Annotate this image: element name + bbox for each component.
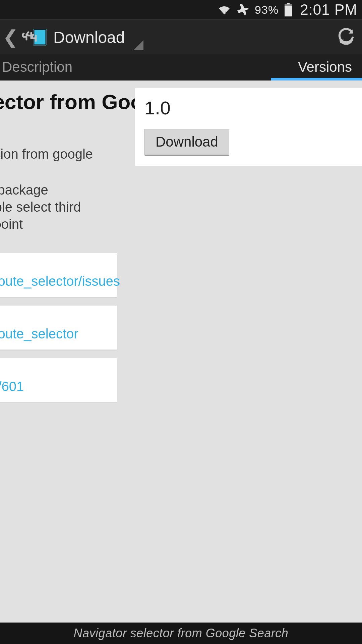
svg-rect-0 [287, 3, 290, 4]
link-card[interactable]: github.com/example/route_selector [0, 305, 117, 350]
description-line: Pick alternative navigation from google [0, 147, 117, 162]
content-area: Navigator selector from Google Pick alte… [0, 80, 362, 623]
spinner-indicator-icon[interactable] [133, 40, 143, 52]
back-chevron-icon[interactable]: ❮ [2, 28, 20, 47]
action-bar: ❮ Download [0, 19, 362, 54]
tab-description-label: Description [2, 59, 72, 75]
tab-description[interactable]: Description [0, 54, 199, 80]
refresh-icon[interactable] [335, 25, 357, 50]
battery-percentage: 93% [255, 3, 279, 16]
footer-status: Navigator selector from Google Search [0, 623, 362, 644]
link-card[interactable]: github.com/example/route_selector/issues [0, 253, 117, 297]
tab-versions-label: Versions [298, 59, 352, 75]
module-title: Navigator selector from Google [0, 90, 117, 114]
tab-strip: Description Versions [0, 54, 362, 80]
description-line: Install and enable that package [0, 182, 117, 198]
link-card[interactable]: xda-developers.com/t/601 [0, 358, 117, 402]
version-card: 1.0 Download [135, 88, 362, 166]
action-bar-title[interactable]: Download [53, 28, 125, 47]
clock: 2:01 PM [300, 1, 357, 18]
status-bar: 93% 2:01 PM [0, 0, 362, 19]
source-link[interactable]: github.com/example/route_selector [0, 326, 110, 341]
svg-rect-2 [285, 4, 292, 6]
version-number: 1.0 [144, 97, 360, 119]
issues-link[interactable]: github.com/example/route_selector/issues [0, 274, 110, 289]
tab-versions[interactable]: Versions [199, 54, 362, 80]
thread-link[interactable]: xda-developers.com/t/601 [0, 379, 110, 394]
airplane-mode-icon [236, 3, 249, 16]
battery-icon [284, 3, 293, 16]
svg-rect-1 [285, 4, 292, 16]
wifi-icon [218, 4, 231, 15]
description-line: then route to founded point [0, 217, 117, 232]
footer-text: Navigator selector from Google Search [74, 626, 289, 640]
description-panel: Navigator selector from Google Pick alte… [0, 80, 124, 417]
download-button[interactable]: Download [144, 129, 229, 156]
description-line: open settings and enable select third [0, 200, 117, 215]
xposed-app-icon[interactable] [22, 27, 48, 47]
